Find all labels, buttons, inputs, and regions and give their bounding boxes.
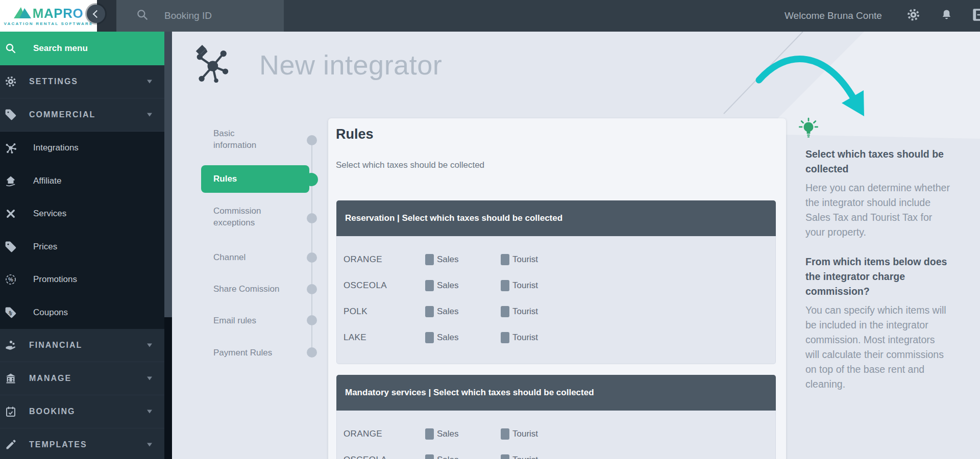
sales-checkbox[interactable] [425, 254, 434, 265]
tourist-checkbox[interactable] [501, 454, 509, 459]
tourist-checkbox-label: Tourist [512, 429, 538, 439]
sidebar-item-templates[interactable]: TEMPLATES [0, 428, 164, 459]
crossed-tools-icon [3, 208, 18, 220]
table-row: POLK Sales Tourist [337, 298, 775, 324]
sidebar-item-integrations[interactable]: Integrations [0, 132, 164, 165]
tourist-checkbox[interactable] [501, 254, 509, 265]
tourist-checkbox[interactable] [501, 306, 509, 317]
sidebar-item-financial[interactable]: FINANCIAL [0, 329, 164, 362]
brand-name: MAPRO [33, 7, 83, 20]
welcome-user-label: Welcome Bruna Conte [785, 0, 882, 32]
tourist-checkbox-label: Tourist [512, 455, 538, 459]
settings-gear-icon[interactable] [906, 8, 920, 24]
wizard-step-dot [307, 135, 317, 145]
sidebar-item-label: FINANCIAL [29, 341, 82, 350]
hand-coins-icon [3, 339, 18, 351]
tourist-checkbox[interactable] [501, 332, 509, 343]
sidebar-item-label: BOOKING [29, 407, 75, 416]
sales-checkbox[interactable] [425, 332, 434, 343]
sidebar-item-label: Prices [33, 242, 57, 252]
logout-door-icon[interactable] [971, 8, 980, 24]
calendar-check-icon [3, 405, 18, 418]
wizard-step-email-rules[interactable]: Email rules [201, 315, 324, 326]
mountain-logo-icon [14, 6, 31, 20]
tourist-checkbox[interactable] [501, 428, 509, 440]
table-row: OSCEOLA Sales Tourist [337, 447, 775, 459]
sales-checkbox-label: Sales [437, 280, 459, 291]
wizard-steps: Basic information Rules Commission excep… [201, 122, 329, 367]
building-icon [3, 372, 18, 385]
tourist-checkbox-label: Tourist [512, 307, 538, 317]
pencil-icon [3, 439, 18, 451]
coupon-tag-icon: % [3, 307, 18, 319]
sidebar-item-coupons[interactable]: % Coupons [0, 296, 164, 329]
percent-circle-icon: % [3, 273, 18, 286]
help-panel: Select which taxes should be collected H… [805, 147, 978, 406]
sidebar-item-settings[interactable]: SETTINGS [0, 65, 164, 98]
booking-id-search-input[interactable] [163, 10, 262, 22]
chevron-down-icon [147, 80, 152, 84]
search-icon [3, 42, 18, 55]
sidebar-item-label: COMMERCIAL [29, 110, 95, 119]
sales-checkbox[interactable] [425, 428, 434, 440]
chevron-down-icon [147, 377, 152, 380]
price-tag-icon [3, 109, 18, 121]
rules-card: Rules Select which taxes should be colle… [328, 118, 786, 459]
county-label: ORANGE [344, 254, 382, 265]
sidebar-item-label: Coupons [33, 308, 68, 318]
wizard-step-payment-rules[interactable]: Payment Rules [201, 347, 324, 359]
sidebar-collapse-button[interactable] [87, 5, 105, 23]
card-subtitle: Select which taxes should be collected [336, 160, 484, 170]
brand-logo[interactable]: MAPRO VACATION RENTAL SOFTWARE [0, 0, 97, 32]
help-section-body: You can specify which items will be incl… [805, 303, 978, 392]
sidebar-scrollbar-track[interactable] [164, 32, 172, 459]
sidebar-item-label: Promotions [33, 274, 77, 285]
wizard-step-dot [307, 315, 317, 325]
table-row: ORANGE Sales Tourist [337, 246, 775, 272]
wizard-step-label: Email rules [213, 315, 300, 326]
lightbulb-icon [798, 117, 819, 142]
tourist-checkbox[interactable] [501, 280, 509, 291]
sidebar-item-label: Integrations [33, 143, 79, 153]
sidebar-item-manage[interactable]: MANAGE [0, 362, 164, 395]
house-hand-icon [3, 175, 18, 187]
sidebar-item-services[interactable]: Services [0, 197, 164, 231]
search-icon [136, 8, 149, 23]
sidebar-item-commercial[interactable]: COMMERCIAL [0, 98, 164, 132]
sidebar-item-promotions[interactable]: % Promotions [0, 263, 164, 296]
top-header: MAPRO VACATION RENTAL SOFTWARE Welcome B… [0, 0, 980, 32]
tourist-checkbox-label: Tourist [512, 333, 538, 343]
table-body: ORANGE Sales Tourist OSCEOLA Sales Touri… [336, 236, 776, 364]
sidebar-item-search-menu[interactable]: Search menu [0, 32, 164, 65]
sales-checkbox[interactable] [425, 280, 434, 291]
tourist-checkbox-label: Tourist [512, 280, 538, 291]
brand-tagline: VACATION RENTAL SOFTWARE [4, 21, 93, 26]
wizard-step-rules-active[interactable]: Rules [201, 165, 309, 193]
wizard-step-commission-exceptions[interactable]: Commission exceptions [201, 205, 324, 228]
wizard-step-share-comission[interactable]: Share Comission [201, 283, 324, 295]
table-header-bar: Mandatory services | Select which taxes … [336, 375, 776, 411]
sidebar-item-label: TEMPLATES [29, 440, 87, 449]
wizard-step-dot-active [305, 173, 318, 186]
wizard-step-channel[interactable]: Channel [201, 251, 324, 263]
sidebar-item-booking[interactable]: BOOKING [0, 395, 164, 428]
app-root: MAPRO VACATION RENTAL SOFTWARE Welcome B… [0, 0, 980, 459]
sidebar-item-affiliate[interactable]: Affiliate [0, 165, 164, 198]
sidebar-scrollbar-thumb[interactable] [164, 32, 172, 317]
sales-checkbox[interactable] [425, 306, 434, 317]
sales-checkbox-label: Sales [437, 429, 459, 439]
sidebar-item-prices[interactable]: Prices [0, 231, 164, 264]
main-content: New integrator Basic information Rules C… [172, 32, 980, 459]
notifications-bell-icon[interactable] [941, 9, 952, 23]
sidebar-item-label: Search menu [33, 43, 88, 54]
sales-checkbox[interactable] [425, 454, 434, 459]
sidebar-item-label: MANAGE [29, 374, 71, 383]
sidebar-item-label: SETTINGS [29, 77, 78, 86]
wizard-step-basic-information[interactable]: Basic information [201, 128, 324, 151]
header-search [116, 0, 284, 32]
table-header-label: Mandatory services | Select which taxes … [345, 388, 594, 398]
table-row: LAKE Sales Tourist [337, 324, 775, 350]
sales-checkbox-label: Sales [437, 333, 459, 343]
page-title: New integrator [259, 49, 442, 81]
county-label: OSCEOLA [344, 455, 387, 459]
